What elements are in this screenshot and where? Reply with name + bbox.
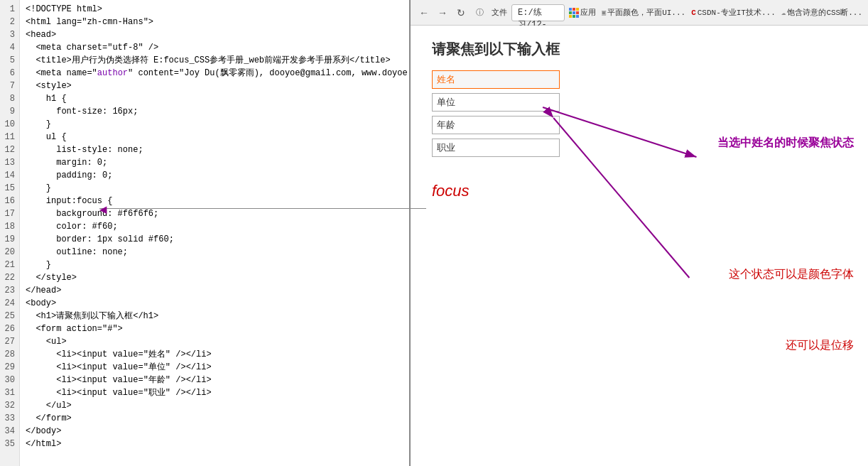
svg-rect-7 [573,15,575,18]
svg-rect-4 [573,11,575,14]
poem-icon: ☁ [781,8,786,17]
url-bar[interactable]: E:/练习/12-18/练习.html [511,4,565,21]
focus-label: focus [432,182,470,200]
back-button[interactable]: ← [416,5,432,21]
code-content: <!DOCTYPE html> <html lang="zh-cmn-Hans"… [20,0,409,466]
bookmark-csdn-label: CSDN-专业IT技术... [698,7,776,18]
svg-rect-3 [569,11,572,14]
input-unit[interactable] [432,93,560,112]
reload-button[interactable]: ↻ [453,5,469,21]
bookmark-poem-label: 饱含诗意的CSS断... [787,7,862,18]
bookmark-flat-label: 平面颜色，平面UI... [607,7,685,18]
flat-icon: ▣ [602,8,607,17]
bookmark-csdn[interactable]: C CSDN-专业IT技术... [691,7,776,18]
input-job[interactable] [432,139,560,157]
svg-rect-5 [576,11,579,14]
svg-rect-6 [569,15,572,18]
file-label: 文件 [492,7,507,18]
svg-rect-2 [576,8,579,11]
main-container: 12345 678910 1112131415 1617181920 21222… [0,0,868,466]
svg-rect-1 [573,8,575,11]
bookmark-apps[interactable]: 应用 [569,7,596,18]
browser-toolbar: ← → ↻ ⓘ 文件 E:/练习/12-18/练习.html [411,0,868,26]
forward-button[interactable]: → [435,5,450,21]
nav-buttons: ← → ↻ ⓘ 文件 [416,5,507,21]
apps-icon [569,8,579,18]
page-title: 请聚焦到以下输入框 [432,40,847,59]
svg-rect-0 [569,8,572,11]
bookmark-apps-label: 应用 [580,7,596,18]
bookmark-poem[interactable]: ☁ 饱含诗意的CSS断... [781,7,862,18]
line-numbers: 12345 678910 1112131415 1617181920 21222… [0,0,20,466]
annotation-position: 还可以是位移 [786,338,854,353]
browser-content: 请聚焦到以下输入框 focus 当选中姓名的时候聚焦状态 这个状态可以是颜色字体… [411,26,868,466]
browser-panel: ← → ↻ ⓘ 文件 E:/练习/12-18/练习.html [411,0,868,466]
bookmark-flat[interactable]: ▣ 平面颜色，平面UI... [602,7,686,18]
info-icon: ⓘ [472,5,487,21]
csdn-icon: C [691,9,696,17]
annotation-focused-state: 当选中姓名的时候聚焦状态 [717,136,854,151]
browser-bookmarks: 应用 ▣ 平面颜色，平面UI... C CSDN-专业IT技术... ☁ 饱含诗… [569,7,863,18]
annotation-color-text: 这个状态可以是颜色字体 [729,267,854,282]
input-age[interactable] [432,116,560,134]
svg-rect-8 [576,15,579,18]
code-panel: 12345 678910 1112131415 1617181920 21222… [0,0,411,466]
code-area: 12345 678910 1112131415 1617181920 21222… [0,0,409,466]
input-name[interactable] [432,70,560,89]
